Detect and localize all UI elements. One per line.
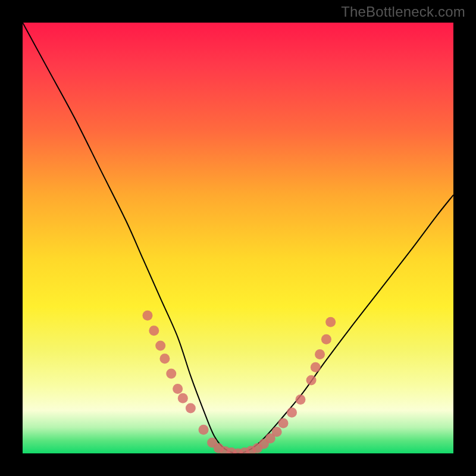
chart-frame: TheBottleneck.com	[0, 0, 476, 476]
marker-dot	[142, 311, 152, 321]
marker-dot	[178, 393, 188, 403]
marker-dot	[199, 425, 209, 435]
watermark-text: TheBottleneck.com	[341, 4, 465, 20]
marker-dot	[315, 349, 325, 359]
marker-dot	[311, 362, 321, 372]
bottleneck-curve	[23, 23, 453, 453]
marker-dot	[295, 394, 305, 405]
marker-dot	[149, 325, 159, 336]
marker-dot	[166, 369, 176, 379]
marker-dot	[325, 317, 336, 327]
marker-dot	[272, 427, 282, 437]
plot-area	[23, 23, 453, 453]
marker-dot	[278, 418, 289, 428]
marker-dot	[186, 403, 196, 413]
marker-dot	[306, 375, 317, 385]
marker-dot	[287, 408, 297, 418]
marker-group	[142, 311, 336, 453]
marker-dot	[173, 384, 183, 394]
marker-dot	[159, 353, 170, 364]
marker-dot	[321, 334, 331, 345]
chart-svg	[23, 23, 453, 453]
marker-dot	[155, 341, 165, 351]
